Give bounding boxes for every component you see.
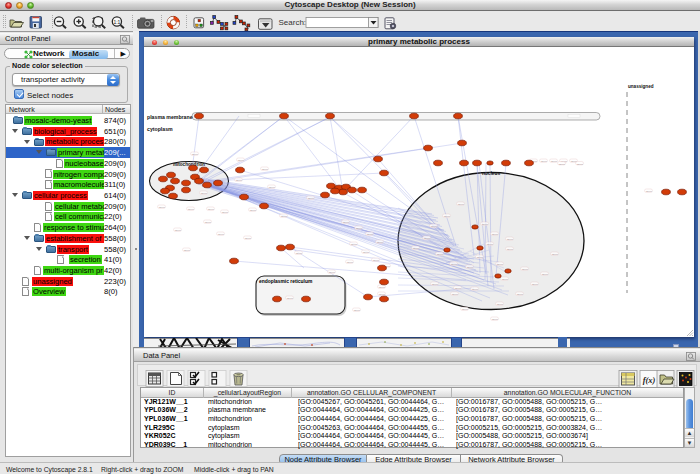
svg-text:Oxxlx: Oxxlx bbox=[184, 249, 191, 252]
svg-text:Oxxlx: Oxxlx bbox=[308, 197, 315, 200]
svg-text:Oxxlx: Oxxlx bbox=[431, 225, 438, 228]
svg-text:endoplasmic reticulum: endoplasmic reticulum bbox=[259, 279, 313, 284]
svg-text:Oxxlx: Oxxlx bbox=[462, 308, 469, 311]
svg-text:Oxxlx: Oxxlx bbox=[175, 229, 182, 232]
svg-text:Oxxlx: Oxxlx bbox=[250, 209, 257, 212]
svg-text:Oxxlx: Oxxlx bbox=[472, 288, 479, 291]
svg-text:Oxxlx: Oxxlx bbox=[482, 223, 489, 226]
svg-text:Oxxlx: Oxxlx bbox=[356, 227, 363, 230]
svg-text:1:1: 1:1 bbox=[113, 19, 120, 25]
svg-text:Oxxlx: Oxxlx bbox=[373, 259, 380, 262]
svg-text:Oxxlx: Oxxlx bbox=[379, 293, 386, 296]
svg-text:Oxxlx: Oxxlx bbox=[507, 248, 514, 251]
svg-text:mitochondrion: mitochondrion bbox=[173, 162, 205, 167]
svg-text:Oxxlx: Oxxlx bbox=[377, 241, 384, 244]
svg-text:Oxxlx: Oxxlx bbox=[437, 253, 444, 256]
svg-text:Oxxlx: Oxxlx bbox=[541, 160, 548, 163]
svg-text:Oxxlx: Oxxlx bbox=[238, 159, 245, 162]
svg-text:Oxxlx: Oxxlx bbox=[222, 211, 229, 214]
svg-text:Oxxlx: Oxxlx bbox=[192, 153, 199, 156]
svg-text:Oxxlx: Oxxlx bbox=[269, 186, 276, 189]
svg-text:Oxxlx: Oxxlx bbox=[208, 208, 215, 211]
svg-text:Oxxlx: Oxxlx bbox=[379, 286, 386, 289]
svg-text:Oxxlx: Oxxlx bbox=[646, 190, 653, 193]
svg-text:Oxxlx: Oxxlx bbox=[444, 215, 451, 218]
svg-text:Oxxlx: Oxxlx bbox=[502, 278, 509, 281]
svg-text:Oxxlx: Oxxlx bbox=[542, 273, 549, 276]
svg-text:Oxxlx: Oxxlx bbox=[522, 268, 529, 271]
svg-text:Oxxlx: Oxxlx bbox=[351, 243, 358, 246]
svg-text:Oxxlx: Oxxlx bbox=[451, 263, 458, 266]
svg-text:Oxxlx: Oxxlx bbox=[432, 283, 439, 286]
svg-text:Oxxlx: Oxxlx bbox=[159, 206, 166, 209]
svg-text:Oxxlx: Oxxlx bbox=[497, 303, 504, 306]
svg-text:Oxxlx: Oxxlx bbox=[363, 251, 370, 254]
svg-text:Oxxlx: Oxxlx bbox=[577, 163, 584, 166]
svg-text:Oxxlx: Oxxlx bbox=[492, 233, 499, 236]
svg-text:Oxxlx: Oxxlx bbox=[517, 293, 524, 296]
svg-text:Oxxlx: Oxxlx bbox=[532, 283, 539, 286]
svg-text:Oxxlx: Oxxlx bbox=[559, 163, 566, 166]
svg-text:Oxxlx: Oxxlx bbox=[458, 203, 465, 206]
svg-text:Search:: Search: bbox=[279, 18, 307, 27]
svg-text:Oxxlx: Oxxlx bbox=[477, 256, 484, 259]
svg-text:Oxxlx: Oxxlx bbox=[205, 221, 212, 224]
svg-text:unassigned: unassigned bbox=[628, 84, 654, 89]
svg-text:Oxxlx: Oxxlx bbox=[262, 168, 269, 171]
svg-text:Oxxlx: Oxxlx bbox=[424, 237, 431, 240]
svg-text:Oxxlx: Oxxlx bbox=[497, 263, 504, 266]
svg-text:Oxxlx: Oxxlx bbox=[281, 215, 288, 218]
svg-text:Oxxlx: Oxxlx bbox=[467, 266, 474, 269]
svg-text:Oxxlx: Oxxlx bbox=[455, 287, 462, 290]
svg-text:Oxxlx: Oxxlx bbox=[188, 208, 195, 211]
svg-text:Oxxlx: Oxxlx bbox=[343, 221, 350, 224]
svg-text:Oxxlx: Oxxlx bbox=[354, 309, 361, 312]
svg-text:Oxxlx: Oxxlx bbox=[201, 192, 208, 195]
svg-text:Oxxlx: Oxxlx bbox=[218, 233, 225, 236]
svg-text:Oxxlx: Oxxlx bbox=[245, 237, 252, 240]
svg-text:f(x): f(x) bbox=[643, 375, 656, 385]
svg-text:Oxxlx: Oxxlx bbox=[236, 179, 243, 182]
svg-text:cytoplasm: cytoplasm bbox=[147, 126, 173, 132]
svg-text:Oxxlx: Oxxlx bbox=[329, 271, 336, 274]
svg-text:Oxxlx: Oxxlx bbox=[347, 261, 354, 264]
svg-text:Oxxlx: Oxxlx bbox=[487, 243, 494, 246]
svg-text:Oxxlx: Oxxlx bbox=[507, 238, 514, 241]
svg-text:Oxxlx: Oxxlx bbox=[551, 160, 558, 163]
svg-text:Oxxlx: Oxxlx bbox=[452, 293, 459, 296]
svg-text:plasma membrane: plasma membrane bbox=[147, 114, 193, 120]
svg-text:Oxxlx: Oxxlx bbox=[367, 233, 374, 236]
svg-text:Oxxlx: Oxxlx bbox=[492, 318, 499, 321]
svg-text:Oxxlx: Oxxlx bbox=[413, 247, 420, 250]
svg-text:Oxxlx: Oxxlx bbox=[552, 253, 559, 256]
svg-text:Oxxlx: Oxxlx bbox=[296, 252, 303, 255]
svg-text:Oxxlx: Oxxlx bbox=[287, 297, 294, 300]
svg-text:nucleus: nucleus bbox=[482, 171, 500, 176]
